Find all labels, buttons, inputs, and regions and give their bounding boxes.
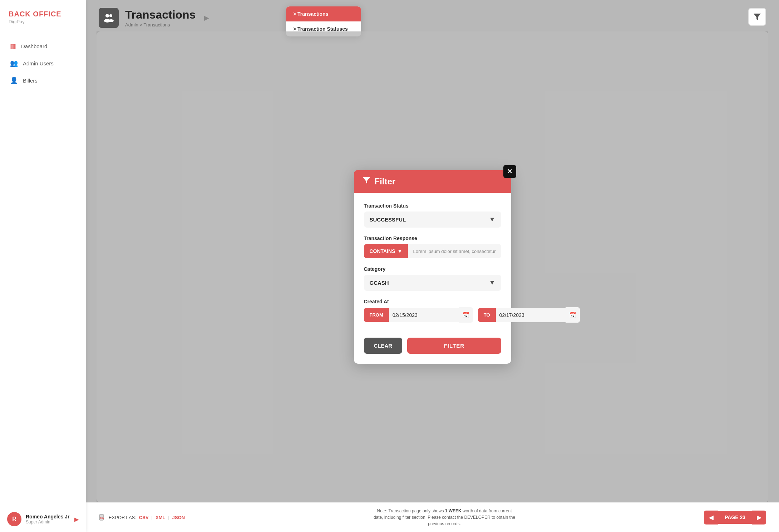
sidebar-header: BACK OFFICE DigiPay <box>0 0 86 31</box>
transaction-response-input-row: CONTAINS ▼ <box>364 244 501 258</box>
transaction-status-label: Transaction Status <box>364 203 501 209</box>
export-csv-link[interactable]: CSV <box>139 515 149 520</box>
sidebar-item-admin-users[interactable]: 👥 Admin Users <box>0 55 86 72</box>
export-section: CSV EXPORT AS: CSV | XML | JSON <box>99 514 185 521</box>
modal-header: Filter ✕ <box>354 170 511 193</box>
user-name: Romeo Angeles Jr <box>26 514 70 519</box>
admin-users-icon: 👥 <box>10 59 18 67</box>
modal-title: Filter <box>375 176 396 187</box>
sidebar-item-billers[interactable]: 👤 Billers <box>0 72 86 89</box>
transaction-status-value: SUCCESSFUL <box>370 217 406 223</box>
sidebar-nav: ▦ Dashboard 👥 Admin Users 👤 Billers <box>0 31 86 506</box>
nav-dropdown-item-label: > Transactions <box>293 11 328 17</box>
export-xml-link[interactable]: XML <box>156 515 165 520</box>
nav-dropdown-item-label: > Transaction Statuses <box>293 26 348 32</box>
to-date-field: TO 📅 <box>478 307 580 323</box>
transaction-response-input[interactable] <box>408 244 501 258</box>
user-role: Super Admin <box>26 519 70 524</box>
svg-marker-4 <box>754 14 761 20</box>
category-dropdown-arrow-icon: ▼ <box>489 279 495 287</box>
page-icon <box>99 8 119 28</box>
svg-point-0 <box>105 14 109 18</box>
pagination-next-button[interactable]: ▶ <box>752 511 766 524</box>
nav-dropdown-item-transactions[interactable]: > Transactions <box>286 6 361 21</box>
filter-icon <box>363 176 370 187</box>
category-label: Category <box>364 266 501 272</box>
from-label-button[interactable]: FROM <box>364 308 389 322</box>
sidebar-item-label: Dashboard <box>21 43 47 49</box>
page-title-block: Transactions Admin > Transactions <box>125 8 196 28</box>
main-content: Transactions Admin > Transactions ▶ > Tr… <box>86 0 779 532</box>
bottom-bar: CSV EXPORT AS: CSV | XML | JSON Note: Tr… <box>86 502 779 532</box>
contains-arrow-icon: ▼ <box>398 248 403 254</box>
clear-button[interactable]: CLEAR <box>364 338 403 354</box>
brand-title: BACK OFFICE <box>9 10 77 18</box>
export-icon: CSV <box>99 514 106 521</box>
dropdown-arrow-icon: ▼ <box>489 216 495 223</box>
modal-overlay: Filter ✕ Transaction Status SUCCESSFUL ▼ <box>97 31 768 502</box>
to-date-calendar-icon[interactable]: 📅 <box>566 307 580 323</box>
modal-body: Transaction Status SUCCESSFUL ▼ Transact… <box>354 193 511 338</box>
page-number: PAGE 23 <box>718 511 752 524</box>
export-json-link[interactable]: JSON <box>172 515 185 520</box>
export-label: EXPORT AS: <box>109 515 136 520</box>
to-label-button[interactable]: TO <box>478 308 496 322</box>
topbar: Transactions Admin > Transactions ▶ > Tr… <box>86 0 779 28</box>
note-section: Note: Transaction page only shows 1 WEEK… <box>373 508 516 527</box>
created-at-label: Created At <box>364 299 501 304</box>
category-select[interactable]: GCASH ▼ <box>364 275 501 291</box>
separator-2: | <box>168 515 169 520</box>
sidebar-item-dashboard[interactable]: ▦ Dashboard <box>0 38 86 55</box>
transaction-status-group: Transaction Status SUCCESSFUL ▼ <box>364 203 501 228</box>
table-area: Filter ✕ Transaction Status SUCCESSFUL ▼ <box>97 31 768 502</box>
modal-close-button[interactable]: ✕ <box>503 165 516 178</box>
date-row: FROM 📅 TO 📅 <box>364 307 501 323</box>
category-group: Category GCASH ▼ <box>364 266 501 291</box>
dashboard-icon: ▦ <box>10 42 16 50</box>
nav-arrow-icon: ▶ <box>204 14 209 22</box>
pagination: ◀ PAGE 23 ▶ <box>704 511 766 524</box>
avatar: R <box>7 512 21 526</box>
svg-marker-5 <box>363 177 370 184</box>
from-date-calendar-icon[interactable]: 📅 <box>459 307 473 323</box>
filter-button-top[interactable] <box>748 8 766 26</box>
to-date-input[interactable] <box>496 308 566 322</box>
category-value: GCASH <box>370 280 389 286</box>
from-date-field: FROM 📅 <box>364 307 473 323</box>
transaction-response-group: Transaction Response CONTAINS ▼ <box>364 235 501 258</box>
brand-sub: DigiPay <box>9 19 77 24</box>
billers-icon: 👤 <box>10 76 18 84</box>
separator-1: | <box>152 515 153 520</box>
modal-footer: CLEAR FILTER <box>354 338 511 364</box>
transaction-status-select[interactable]: SUCCESSFUL ▼ <box>364 212 501 228</box>
user-profile[interactable]: R Romeo Angeles Jr Super Admin ▶ <box>0 506 86 532</box>
svg-text:CSV: CSV <box>100 517 104 519</box>
page-title: Transactions <box>125 8 196 21</box>
sidebar: BACK OFFICE DigiPay ▦ Dashboard 👥 Admin … <box>0 0 86 532</box>
profile-arrow-icon: ▶ <box>74 516 79 523</box>
svg-point-3 <box>109 19 114 22</box>
sidebar-item-label: Billers <box>23 78 38 84</box>
user-info: Romeo Angeles Jr Super Admin <box>26 514 70 524</box>
sidebar-item-label: Admin Users <box>23 60 54 66</box>
contains-button[interactable]: CONTAINS ▼ <box>364 244 408 258</box>
created-at-group: Created At FROM 📅 TO <box>364 299 501 323</box>
breadcrumb: Admin > Transactions <box>125 22 196 28</box>
transaction-response-label: Transaction Response <box>364 235 501 241</box>
svg-point-1 <box>109 14 112 17</box>
pagination-prev-button[interactable]: ◀ <box>704 511 718 524</box>
filter-modal: Filter ✕ Transaction Status SUCCESSFUL ▼ <box>354 170 511 364</box>
filter-submit-button[interactable]: FILTER <box>407 338 501 354</box>
from-date-input[interactable] <box>389 308 459 322</box>
